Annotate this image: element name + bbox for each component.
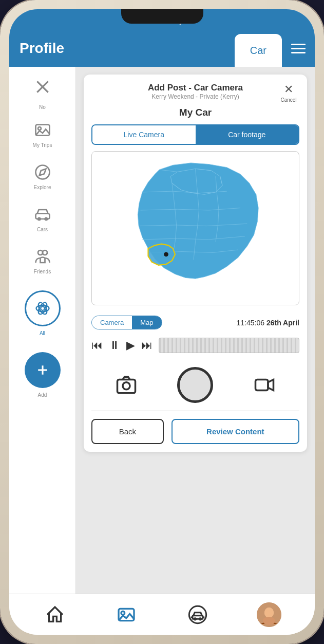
modal-title: Add Post - Car Camera [112,83,278,93]
app-header: Profile Car [9,30,315,67]
phone-screen: No Journey Profile Car [9,9,315,635]
take-photo-button[interactable] [112,374,141,397]
sidebar-item-all[interactable]: All [9,284,75,340]
record-button[interactable] [177,367,213,403]
modal-subtitle: Kerry Weekend - Private (Kerry) [112,93,278,100]
svg-point-25 [189,606,206,623]
camera-map-row: Camera Map 11:45:06 26th April [84,311,307,334]
svg-point-3 [38,127,41,130]
video-button[interactable] [250,374,278,397]
sidebar-close-label: No [39,104,46,110]
camera-footage-toggle: Live Camera Car footage [91,124,299,145]
nav-home[interactable] [40,599,70,630]
main-content: No My Trips [9,67,315,594]
nav-gallery[interactable] [111,599,142,630]
ireland-map [92,152,299,305]
bottom-nav [9,594,315,635]
avatar [257,602,281,627]
map-toggle-btn[interactable]: Map [132,316,161,329]
date-value: 26th April [266,319,299,327]
svg-point-20 [123,382,130,390]
avatar-image [257,602,281,627]
profile-tab-label: Profile [20,40,64,57]
svg-marker-5 [39,169,46,176]
pause-button[interactable]: ⏸ [109,339,120,352]
add-icon [25,352,61,388]
time-display: 11:45:06 26th April [237,319,299,327]
svg-marker-22 [268,380,274,391]
sidebar-item-friends[interactable]: Friends [9,242,75,279]
modal-header: Add Post - Car Camera Kerry Weekend - Pr… [84,75,307,107]
car-icon [32,204,53,225]
car-circle-icon [187,604,208,625]
home-icon [45,604,65,625]
rewind-button[interactable]: ⏮ [91,339,103,352]
sidebar-all-label: All [40,330,45,336]
friends-icon [32,246,53,267]
cam-map-toggle: Camera Map [91,316,162,329]
network-icon [25,290,61,326]
svg-rect-21 [255,380,268,391]
camera-toggle-btn[interactable]: Camera [92,316,132,329]
review-content-button[interactable]: Review Content [171,419,299,444]
hamburger-icon [291,44,306,53]
nav-car-circle[interactable] [182,599,213,630]
svg-point-4 [35,165,49,179]
car-footage-tab[interactable]: Car footage [196,125,299,144]
time-value: 11:45:06 [237,319,265,327]
svg-point-18 [164,252,168,256]
camera-controls [84,359,307,411]
svg-point-32 [263,617,275,625]
map-container [91,151,299,305]
modal-card: Add Post - Car Camera Kerry Weekend - Pr… [84,75,307,452]
sidebar-explore-label: Explore [34,185,51,190]
phone-frame: No Journey Profile Car [0,0,324,644]
cancel-button[interactable]: ✕ Cancel [278,83,299,103]
back-button[interactable]: Back [91,419,164,444]
playback-controls: ⏮ ⏸ ▶ ⏭ [84,334,307,359]
phone-notch [121,9,203,24]
sidebar-friends-label: Friends [34,269,51,274]
svg-point-24 [121,611,125,615]
car-tab[interactable]: Car [235,34,282,67]
profile-tab[interactable]: Profile [9,30,235,67]
gallery-icon [116,604,137,625]
menu-button[interactable] [282,30,315,67]
sidebar-cars-label: Cars [37,227,48,232]
sidebar-item-mytrips[interactable]: My Trips [9,115,75,152]
close-icon [34,79,51,95]
car-name: My Car [84,107,307,124]
cancel-x-icon: ✕ [284,83,293,96]
svg-point-31 [264,608,274,618]
cancel-label: Cancel [280,97,296,103]
sidebar: No My Trips [9,67,76,594]
bottom-buttons: Back Review Content [84,411,307,452]
progress-bar[interactable] [159,338,299,353]
photo-icon [32,119,53,141]
car-tab-label: Car [250,45,266,57]
sidebar-close-button[interactable] [9,75,75,99]
compass-icon [32,161,53,183]
sidebar-add-label: Add [38,392,47,398]
play-button[interactable]: ▶ [126,339,135,352]
sidebar-mytrips-label: My Trips [33,142,52,148]
svg-point-11 [41,306,45,310]
nav-profile[interactable] [254,599,284,630]
sidebar-item-cars[interactable]: Cars [9,199,75,236]
svg-point-10 [43,250,47,255]
sidebar-item-explore[interactable]: Explore [9,157,75,194]
card-area: Add Post - Car Camera Kerry Weekend - Pr… [76,67,315,594]
modal-title-group: Add Post - Car Camera Kerry Weekend - Pr… [112,83,278,100]
fast-forward-button[interactable]: ⏭ [141,339,153,352]
sidebar-item-add[interactable]: Add [9,345,75,402]
live-camera-tab[interactable]: Live Camera [92,125,196,144]
